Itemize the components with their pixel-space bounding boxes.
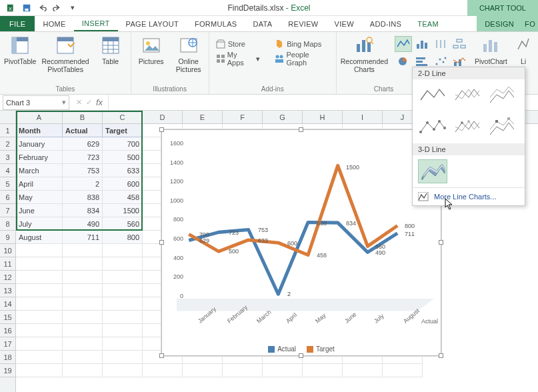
row-header-6[interactable]: 6 bbox=[0, 191, 15, 204]
bingmaps-button[interactable]: Bing Maps bbox=[272, 37, 332, 51]
pivottable-button[interactable]: PivotTable bbox=[4, 35, 36, 73]
cell[interactable] bbox=[16, 257, 63, 271]
cell[interactable] bbox=[103, 257, 143, 271]
cell[interactable] bbox=[223, 364, 263, 377]
cell[interactable] bbox=[16, 337, 63, 351]
cell[interactable] bbox=[63, 311, 103, 324]
recommended-pivottables-button[interactable]: Recommended PivotTables bbox=[41, 35, 89, 73]
insert-hierarchy-chart-button[interactable] bbox=[451, 36, 468, 52]
column-header-E[interactable]: E bbox=[183, 111, 223, 123]
tab-home[interactable]: HOME bbox=[35, 16, 73, 31]
line-chart-option-3[interactable] bbox=[487, 83, 517, 107]
recommended-charts-button[interactable]: Recommended Charts bbox=[341, 35, 388, 73]
column-header-B[interactable]: B bbox=[63, 111, 103, 123]
chart-legend[interactable]: Actual Target bbox=[162, 345, 441, 353]
chart-plot-area[interactable]: 6297237532838834490711700500633600458150… bbox=[177, 137, 434, 315]
line-chart-option-4[interactable] bbox=[418, 115, 447, 139]
embedded-chart[interactable]: 02004006008001000120014001600 6297237532… bbox=[161, 129, 441, 356]
cell[interactable]: July bbox=[16, 217, 63, 231]
cell[interactable] bbox=[16, 364, 63, 377]
row-header-4[interactable]: 4 bbox=[0, 164, 15, 177]
tab-insert[interactable]: INSERT bbox=[74, 16, 118, 31]
select-all-corner[interactable] bbox=[0, 111, 15, 124]
line-chart-option-6[interactable] bbox=[487, 115, 517, 139]
row-header-8[interactable]: 8 bbox=[0, 217, 15, 231]
row-header-1[interactable]: 1 bbox=[0, 124, 15, 137]
cell[interactable] bbox=[103, 271, 143, 284]
cell[interactable] bbox=[16, 244, 63, 257]
pictures-button[interactable]: Pictures bbox=[135, 35, 167, 73]
cell[interactable]: 834 bbox=[63, 204, 103, 217]
legend-target[interactable]: Target bbox=[307, 345, 335, 353]
peoplegraph-button[interactable]: People Graph bbox=[272, 52, 332, 65]
column-header-C[interactable]: C bbox=[103, 111, 143, 123]
cell[interactable] bbox=[16, 324, 63, 337]
insert-pie-chart-button[interactable] bbox=[395, 53, 412, 69]
cell[interactable]: 490 bbox=[63, 217, 103, 231]
cell[interactable]: February bbox=[16, 151, 63, 164]
cell[interactable] bbox=[103, 351, 143, 364]
line-chart-option-5[interactable] bbox=[453, 115, 482, 139]
cell[interactable]: May bbox=[16, 191, 63, 204]
row-header-11[interactable]: 11 bbox=[0, 257, 15, 271]
cell[interactable]: Month bbox=[16, 124, 63, 137]
row-header-9[interactable]: 9 bbox=[0, 231, 15, 244]
column-header-A[interactable]: A bbox=[16, 111, 63, 123]
cell[interactable]: 711 bbox=[63, 231, 103, 244]
line-chart-option-2[interactable] bbox=[453, 83, 482, 107]
cell[interactable]: 629 bbox=[63, 137, 103, 151]
row-header-17[interactable]: 17 bbox=[0, 337, 15, 351]
enter-icon[interactable]: ✓ bbox=[86, 98, 92, 107]
cell[interactable] bbox=[63, 284, 103, 297]
cell[interactable] bbox=[183, 364, 223, 377]
tab-team[interactable]: TEAM bbox=[409, 16, 447, 31]
column-header-H[interactable]: H bbox=[303, 111, 343, 123]
cell[interactable] bbox=[16, 311, 63, 324]
cancel-icon[interactable]: ✕ bbox=[76, 98, 82, 107]
cell[interactable]: June bbox=[16, 204, 63, 217]
tab-design[interactable]: DESIGN bbox=[477, 16, 522, 31]
cell[interactable]: April bbox=[16, 177, 63, 191]
tab-file[interactable]: FILE bbox=[0, 16, 35, 31]
row-header-12[interactable]: 12 bbox=[0, 271, 15, 284]
name-box[interactable]: Chart 3▾ bbox=[3, 95, 69, 110]
cell[interactable]: 458 bbox=[103, 191, 143, 204]
cell[interactable]: 633 bbox=[103, 164, 143, 177]
row-header-10[interactable]: 10 bbox=[0, 244, 15, 257]
online-pictures-button[interactable]: Online Pictures bbox=[173, 35, 205, 73]
cell[interactable]: 723 bbox=[63, 151, 103, 164]
row-header-5[interactable]: 5 bbox=[0, 177, 15, 191]
more-line-charts-link[interactable]: More Line Charts... bbox=[413, 187, 525, 205]
insert-column-chart-button[interactable] bbox=[413, 36, 431, 52]
cell[interactable]: Actual bbox=[63, 124, 103, 137]
row-header-13[interactable]: 13 bbox=[0, 284, 15, 297]
cell[interactable] bbox=[16, 271, 63, 284]
cell[interactable] bbox=[103, 297, 143, 311]
column-header-G[interactable]: G bbox=[263, 111, 303, 123]
3d-line-chart-option[interactable] bbox=[418, 159, 447, 183]
insert-line-chart-button[interactable] bbox=[395, 36, 412, 52]
cell[interactable] bbox=[303, 364, 343, 377]
cell[interactable] bbox=[343, 364, 383, 377]
cell[interactable]: 600 bbox=[103, 177, 143, 191]
undo-icon[interactable] bbox=[35, 1, 49, 15]
cell[interactable]: 560 bbox=[103, 217, 143, 231]
legend-actual[interactable]: Actual bbox=[268, 345, 296, 353]
cell[interactable]: January bbox=[16, 137, 63, 151]
cell[interactable] bbox=[63, 351, 103, 364]
excel-icon[interactable]: X bbox=[4, 1, 19, 15]
cell[interactable] bbox=[103, 311, 143, 324]
cell[interactable]: 500 bbox=[103, 151, 143, 164]
line-chart-option-1[interactable] bbox=[418, 83, 447, 107]
cell[interactable]: 838 bbox=[63, 191, 103, 204]
cell[interactable] bbox=[63, 324, 103, 337]
row-header-2[interactable]: 2 bbox=[0, 137, 15, 151]
cell[interactable] bbox=[16, 351, 63, 364]
cell[interactable] bbox=[63, 364, 103, 377]
row-header-14[interactable]: 14 bbox=[0, 297, 15, 311]
row-header-18[interactable]: 18 bbox=[0, 351, 15, 364]
cell[interactable] bbox=[16, 297, 63, 311]
store-button[interactable]: Store bbox=[213, 37, 263, 51]
row-header-16[interactable]: 16 bbox=[0, 324, 15, 337]
cell[interactable]: 2 bbox=[63, 177, 103, 191]
